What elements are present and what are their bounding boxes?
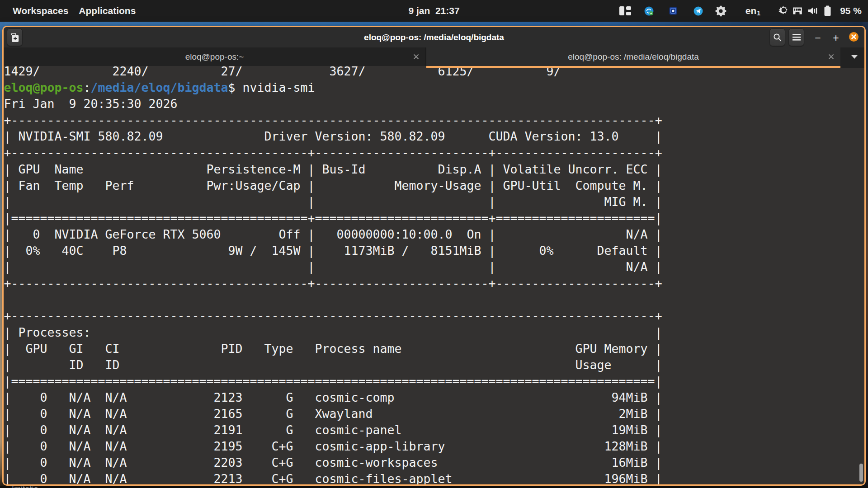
maximize-button[interactable]: +: [828, 30, 844, 46]
password-app-icon[interactable]: [669, 0, 678, 22]
tab-home-close-icon[interactable]: [412, 53, 420, 61]
keyboard-layout-index: 1: [757, 9, 760, 17]
tab-home[interactable]: eloq@pop-os:~: [4, 47, 425, 66]
tab-bigdata[interactable]: eloq@pop-os: /media/eloq/bigdata: [426, 47, 840, 66]
chevron-underlay: [840, 66, 864, 68]
tab-list-dropdown[interactable]: [840, 47, 864, 66]
battery-icon[interactable]: [821, 0, 833, 22]
panel-menu-workspaces[interactable]: Workspaces: [13, 5, 68, 16]
tab-bigdata-label: eloq@pop-os: /media/eloq/bigdata: [568, 52, 699, 62]
window-titlebar[interactable]: eloq@pop-os: /media/eloq/bigdata − +: [4, 27, 864, 47]
terminal-output: 1429/ 2240/ 27/ 3627/ 6125/ 9/ eloq@pop-…: [4, 66, 662, 484]
terminal-viewport[interactable]: 1429/ 2240/ 27/ 3627/ 6125/ 9/ eloq@pop-…: [4, 66, 864, 484]
active-tab-underline: [426, 66, 840, 68]
tab-home-label: eloq@pop-os:~: [185, 52, 244, 62]
window-title: eloq@pop-os: /media/eloq/bigdata: [4, 27, 864, 47]
panel-menu-applications[interactable]: Applications: [79, 5, 136, 16]
settings-gear-icon[interactable]: [714, 0, 727, 22]
close-icon: [851, 34, 856, 39]
battery-percent[interactable]: 95 %: [835, 0, 863, 22]
tiling-applet-icon[interactable]: [618, 0, 632, 22]
sync-client-icon[interactable]: [644, 0, 654, 22]
tab-bigdata-close-icon[interactable]: [827, 53, 835, 61]
new-tab-icon: [10, 33, 19, 42]
top-panel: Workspaces Applications 9 jan 21:37: [0, 0, 868, 22]
hamburger-menu-icon: [793, 34, 801, 41]
minimize-button[interactable]: −: [810, 30, 826, 46]
terminal-scrollbar-thumb[interactable]: [859, 464, 863, 482]
new-tab-button[interactable]: [7, 28, 23, 46]
telegram-icon[interactable]: [693, 0, 703, 22]
chevron-down-icon: [851, 55, 858, 59]
search-button[interactable]: [769, 28, 785, 46]
search-icon: [773, 33, 782, 42]
wallpaper-bottom-strip: [0, 486, 868, 488]
ethernet-icon[interactable]: [791, 0, 804, 22]
panel-clock[interactable]: 9 jan 21:37: [408, 0, 459, 22]
volume-icon[interactable]: [806, 0, 819, 22]
terminal-window: eloq@pop-os: /media/eloq/bigdata − +: [2, 26, 866, 486]
night-light-icon[interactable]: [776, 0, 789, 22]
close-button[interactable]: [849, 32, 859, 42]
tab-bar: eloq@pop-os:~ eloq@pop-os: /media/eloq/b…: [4, 47, 864, 66]
menu-button[interactable]: [788, 28, 804, 46]
keyboard-layout-indicator[interactable]: en1: [744, 0, 762, 22]
